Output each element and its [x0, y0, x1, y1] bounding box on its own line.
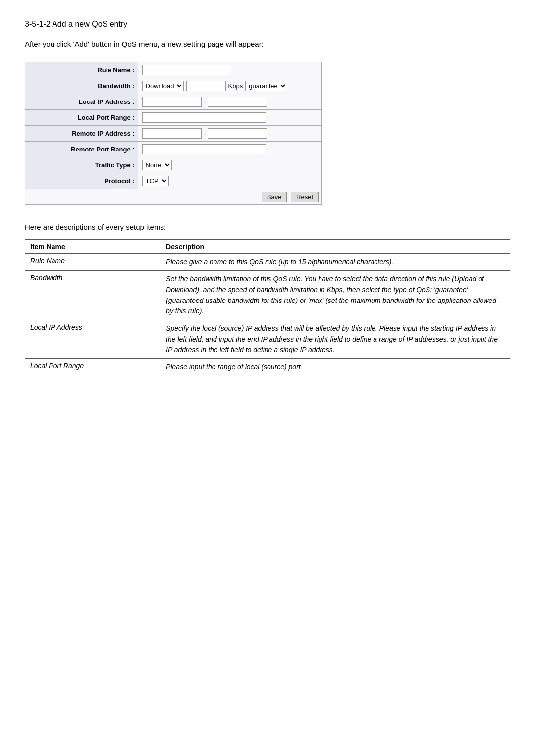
bandwidth-label: Bandwidth :	[25, 78, 138, 94]
save-button[interactable]: Save	[262, 192, 287, 202]
protocol-row: Protocol : TCP UDP Both	[25, 173, 322, 189]
protocol-select[interactable]: TCP UDP Both	[142, 176, 169, 186]
rule-name-label: Rule Name :	[25, 62, 138, 78]
page-heading: 3-5-1-2 Add a new QoS entry	[25, 20, 510, 29]
button-row: Save Reset	[25, 189, 322, 204]
remote-port-label: Remote Port Range :	[25, 141, 138, 157]
desc-item-name: Bandwidth	[25, 271, 161, 320]
description-table: Item Name Description Rule NamePlease gi…	[25, 239, 510, 376]
local-ip-row: Local IP Address : -	[25, 94, 322, 109]
remote-ip-range-separator: -	[204, 130, 206, 137]
desc-row: Rule NamePlease give a name to this QoS …	[25, 253, 510, 271]
bandwidth-value-input[interactable]	[186, 81, 226, 91]
local-port-input[interactable]	[142, 112, 266, 123]
remote-port-row: Remote Port Range :	[25, 141, 322, 157]
descriptions-header: Here are descriptions of every setup ite…	[25, 223, 510, 231]
desc-row: Local Port RangePlease input the range o…	[25, 359, 510, 376]
intro-text: After you click 'Add' button in QoS menu…	[25, 39, 510, 50]
protocol-label: Protocol :	[25, 173, 138, 189]
local-ip-end-input[interactable]	[208, 97, 267, 107]
kbps-label: Kbps	[228, 82, 243, 90]
rule-name-input[interactable]	[142, 65, 231, 75]
remote-ip-start-input[interactable]	[142, 128, 202, 139]
desc-item-description: Set the bandwidth limitation of this QoS…	[161, 271, 510, 320]
reset-button[interactable]: Reset	[291, 192, 319, 202]
qos-form: Rule Name : Bandwidth : Download Upload …	[25, 62, 322, 205]
desc-item-name: Rule Name	[25, 253, 161, 271]
local-port-row: Local Port Range :	[25, 109, 322, 125]
guarantee-select[interactable]: guarantee max	[245, 81, 287, 91]
bandwidth-direction-select[interactable]: Download Upload	[142, 81, 184, 91]
desc-row: BandwidthSet the bandwidth limitation of…	[25, 271, 510, 320]
remote-ip-row: Remote IP Address : -	[25, 125, 322, 141]
ip-range-separator: -	[204, 98, 206, 105]
remote-ip-end-input[interactable]	[208, 128, 267, 139]
desc-item-name: Local IP Address	[25, 320, 161, 358]
traffic-type-select[interactable]: None HTTP FTP VoIP	[142, 160, 172, 170]
desc-item-name: Local Port Range	[25, 359, 161, 376]
rule-name-row: Rule Name :	[25, 62, 322, 78]
desc-row: Local IP AddressSpecify the local (sourc…	[25, 320, 510, 358]
traffic-type-row: Traffic Type : None HTTP FTP VoIP	[25, 157, 322, 173]
remote-ip-label: Remote IP Address :	[25, 125, 138, 141]
desc-item-description: Specify the local (source) IP address th…	[161, 320, 510, 358]
local-ip-label: Local IP Address :	[25, 94, 138, 109]
col-item-header: Item Name	[25, 239, 161, 253]
local-port-label: Local Port Range :	[25, 109, 138, 125]
remote-port-input[interactable]	[142, 144, 266, 154]
col-description-header: Description	[161, 239, 510, 253]
bandwidth-row: Bandwidth : Download Upload Kbps guarant…	[25, 78, 322, 94]
local-ip-start-input[interactable]	[142, 97, 202, 107]
desc-item-description: Please give a name to this QoS rule (up …	[161, 253, 510, 271]
desc-item-description: Please input the range of local (source)…	[161, 359, 510, 376]
traffic-type-label: Traffic Type :	[25, 157, 138, 173]
